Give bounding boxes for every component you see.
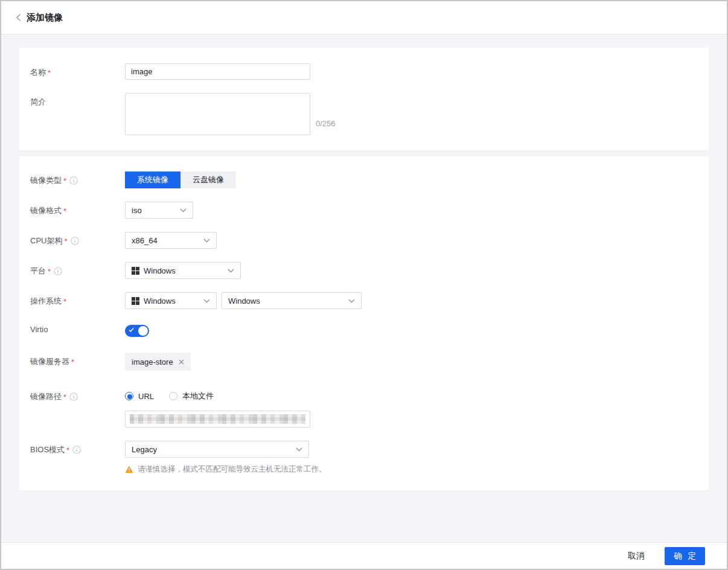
check-icon <box>129 327 134 333</box>
os-family-select[interactable]: Windows <box>125 292 217 309</box>
windows-logo-icon <box>132 267 139 275</box>
cpu-arch-row: CPU架构 * x86_64 <box>30 232 698 249</box>
local-file-radio[interactable]: 本地文件 <box>169 391 214 402</box>
required-mark: * <box>64 237 67 246</box>
radio-unselected-icon <box>169 392 177 400</box>
image-format-row: 镜像格式 * iso <box>30 202 698 219</box>
add-image-page: 添加镜像 名称 * 简介 0/256 <box>0 0 728 570</box>
chevron-down-icon <box>203 299 210 303</box>
os-label: 操作系统 * <box>30 292 125 307</box>
required-mark: * <box>48 68 51 77</box>
os-family-value: Windows <box>144 296 176 306</box>
cpu-arch-value: x86_64 <box>132 236 158 245</box>
page-title: 添加镜像 <box>27 12 63 24</box>
required-mark: * <box>63 176 66 185</box>
image-path-row: 镜像路径 * URL 本地文件 <box>30 388 698 427</box>
cpu-arch-select[interactable]: x86_64 <box>125 232 217 249</box>
char-counter: 0/256 <box>316 119 336 128</box>
image-server-label: 镜像服务器 * <box>30 353 125 367</box>
chevron-down-icon <box>296 447 302 452</box>
image-format-value: iso <box>132 206 142 215</box>
bios-mode-label: BIOS模式 * <box>30 441 125 455</box>
required-mark: * <box>71 357 74 367</box>
image-type-system-button[interactable]: 系统镜像 <box>125 171 180 188</box>
form-area: 名称 * 简介 0/256 镜像类型 <box>1 34 727 490</box>
cpu-arch-label: CPU架构 * <box>30 232 125 246</box>
info-icon[interactable] <box>72 446 81 454</box>
image-path-label: 镜像路径 * <box>30 388 125 402</box>
description-label: 简介 <box>30 93 125 107</box>
confirm-button[interactable]: 确 定 <box>665 547 705 565</box>
bios-mode-row: BIOS模式 * Legacy <box>30 441 698 475</box>
info-icon[interactable] <box>54 267 62 275</box>
platform-value: Windows <box>144 266 176 275</box>
windows-logo-icon <box>132 297 139 305</box>
warning-triangle-icon <box>125 466 133 473</box>
virtio-toggle[interactable] <box>125 325 149 337</box>
required-mark: * <box>63 207 66 216</box>
os-version-value: Windows <box>228 296 260 306</box>
footer-bar: 取消 确 定 <box>1 542 727 569</box>
toggle-knob <box>138 326 148 336</box>
image-detail-card: 镜像类型 * 系统镜像 云盘镜像 镜像格式 * <box>19 156 709 490</box>
info-icon[interactable] <box>69 176 78 185</box>
image-server-tag-label: image-store <box>132 357 173 367</box>
image-server-tag: image-store <box>125 353 191 371</box>
platform-label: 平台 * <box>30 262 125 277</box>
name-input[interactable] <box>125 63 310 80</box>
back-button[interactable] <box>16 13 21 22</box>
basic-info-card: 名称 * 简介 0/256 <box>19 48 709 150</box>
required-mark: * <box>63 297 66 306</box>
bios-warning: 请谨慎选择，模式不匹配可能导致云主机无法正常工作。 <box>125 464 327 475</box>
bios-warning-text: 请谨慎选择，模式不匹配可能导致云主机无法正常工作。 <box>138 464 327 475</box>
chevron-down-icon <box>228 269 234 273</box>
chevron-down-icon <box>348 299 355 303</box>
radio-selected-icon <box>125 392 133 400</box>
image-type-volume-button[interactable]: 云盘镜像 <box>180 171 236 188</box>
image-type-row: 镜像类型 * 系统镜像 云盘镜像 <box>30 171 698 188</box>
url-radio-label: URL <box>138 392 154 401</box>
os-version-select[interactable]: Windows <box>222 292 362 309</box>
name-label: 名称 * <box>30 63 125 78</box>
image-format-label: 镜像格式 * <box>30 202 125 216</box>
required-mark: * <box>66 446 69 455</box>
chevron-down-icon <box>203 239 210 243</box>
url-radio[interactable]: URL <box>125 392 154 401</box>
local-file-radio-label: 本地文件 <box>182 391 214 402</box>
image-server-row: 镜像服务器 * image-store <box>30 353 698 371</box>
required-mark: * <box>48 267 51 276</box>
page-header: 添加镜像 <box>1 1 727 34</box>
info-icon[interactable] <box>69 392 78 401</box>
virtio-row: Virtio <box>30 322 698 337</box>
description-textarea[interactable] <box>125 93 310 135</box>
platform-row: 平台 * Windows <box>30 262 698 279</box>
image-format-select[interactable]: iso <box>125 202 193 219</box>
required-mark: * <box>63 392 66 402</box>
chevron-down-icon <box>180 208 187 213</box>
info-icon[interactable] <box>71 237 79 245</box>
image-path-radio-group: URL 本地文件 <box>125 388 214 402</box>
platform-select[interactable]: Windows <box>125 262 241 279</box>
bios-mode-value: Legacy <box>132 445 157 454</box>
chevron-left-icon <box>16 13 21 22</box>
description-row: 简介 0/256 <box>30 93 698 135</box>
remove-tag-icon[interactable] <box>179 359 184 365</box>
os-row: 操作系统 * Windows Windows <box>30 292 698 309</box>
virtio-label: Virtio <box>30 322 125 334</box>
image-url-input[interactable] <box>125 411 310 427</box>
name-row: 名称 * <box>30 63 698 80</box>
bios-mode-select[interactable]: Legacy <box>125 441 309 458</box>
cancel-button[interactable]: 取消 <box>624 550 648 562</box>
redacted-url-value <box>130 414 305 424</box>
image-type-label: 镜像类型 * <box>30 171 125 186</box>
